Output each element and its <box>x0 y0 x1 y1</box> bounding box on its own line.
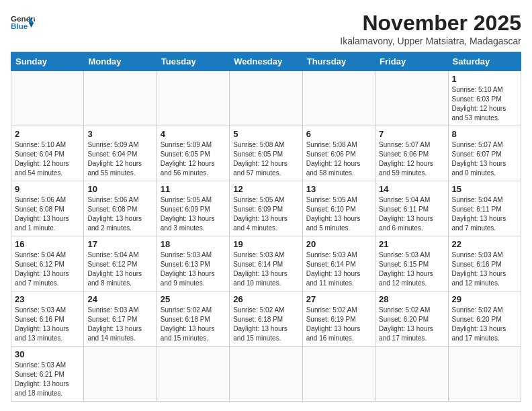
calendar-cell: 8Sunrise: 5:07 AM Sunset: 6:07 PM Daylig… <box>448 126 521 181</box>
day-info: Sunrise: 5:02 AM Sunset: 6:20 PM Dayligh… <box>452 306 517 343</box>
calendar-cell <box>230 347 302 402</box>
calendar-cell <box>157 71 229 126</box>
month-title: November 2025 <box>340 11 521 36</box>
calendar-cell: 16Sunrise: 5:04 AM Sunset: 6:12 PM Dayli… <box>11 236 84 291</box>
calendar-cell: 14Sunrise: 5:04 AM Sunset: 6:11 PM Dayli… <box>375 181 448 236</box>
calendar-cell: 20Sunrise: 5:03 AM Sunset: 6:14 PM Dayli… <box>302 236 375 291</box>
day-info: Sunrise: 5:10 AM Sunset: 6:04 PM Dayligh… <box>15 140 80 178</box>
calendar-cell: 7Sunrise: 5:07 AM Sunset: 6:06 PM Daylig… <box>375 126 448 181</box>
day-number: 24 <box>87 294 152 304</box>
calendar-cell: 13Sunrise: 5:05 AM Sunset: 6:10 PM Dayli… <box>302 181 375 236</box>
calendar-cell: 27Sunrise: 5:02 AM Sunset: 6:19 PM Dayli… <box>302 291 375 347</box>
calendar-cell: 25Sunrise: 5:02 AM Sunset: 6:18 PM Dayli… <box>157 291 229 347</box>
calendar-week-1: 2Sunrise: 5:10 AM Sunset: 6:04 PM Daylig… <box>11 126 521 181</box>
calendar-cell <box>11 71 84 126</box>
calendar-cell: 30Sunrise: 5:03 AM Sunset: 6:21 PM Dayli… <box>11 347 84 402</box>
day-number: 9 <box>15 184 80 194</box>
day-number: 8 <box>452 129 517 139</box>
day-info: Sunrise: 5:03 AM Sunset: 6:15 PM Dayligh… <box>379 250 444 288</box>
calendar-week-4: 23Sunrise: 5:03 AM Sunset: 6:16 PM Dayli… <box>11 291 521 347</box>
day-info: Sunrise: 5:02 AM Sunset: 6:20 PM Dayligh… <box>379 306 444 343</box>
day-info: Sunrise: 5:06 AM Sunset: 6:08 PM Dayligh… <box>15 195 80 233</box>
calendar-cell: 9Sunrise: 5:06 AM Sunset: 6:08 PM Daylig… <box>11 181 84 236</box>
day-number: 7 <box>379 129 444 139</box>
day-info: Sunrise: 5:04 AM Sunset: 6:11 PM Dayligh… <box>452 195 517 233</box>
day-number: 2 <box>15 129 80 139</box>
calendar-cell: 26Sunrise: 5:02 AM Sunset: 6:18 PM Dayli… <box>230 291 302 347</box>
logo-icon: General Blue <box>11 11 35 35</box>
calendar-cell <box>302 347 375 402</box>
calendar-cell <box>302 71 375 126</box>
day-info: Sunrise: 5:03 AM Sunset: 6:16 PM Dayligh… <box>15 306 80 343</box>
day-info: Sunrise: 5:04 AM Sunset: 6:12 PM Dayligh… <box>15 250 80 288</box>
location: Ikalamavony, Upper Matsiatra, Madagascar <box>340 36 521 46</box>
weekday-header-thursday: Thursday <box>302 52 375 71</box>
day-info: Sunrise: 5:09 AM Sunset: 6:04 PM Dayligh… <box>87 140 152 178</box>
day-info: Sunrise: 5:06 AM Sunset: 6:08 PM Dayligh… <box>87 195 152 233</box>
weekday-header-tuesday: Tuesday <box>157 52 229 71</box>
day-number: 15 <box>452 184 517 194</box>
day-info: Sunrise: 5:03 AM Sunset: 6:17 PM Dayligh… <box>87 306 152 343</box>
day-number: 13 <box>306 184 371 194</box>
calendar-cell: 18Sunrise: 5:03 AM Sunset: 6:13 PM Dayli… <box>157 236 229 291</box>
day-number: 20 <box>306 239 371 249</box>
day-number: 21 <box>379 239 444 249</box>
day-number: 16 <box>15 239 80 249</box>
day-info: Sunrise: 5:07 AM Sunset: 6:06 PM Dayligh… <box>379 140 444 178</box>
day-number: 1 <box>452 74 517 84</box>
day-info: Sunrise: 5:03 AM Sunset: 6:14 PM Dayligh… <box>233 250 298 288</box>
calendar-cell: 4Sunrise: 5:09 AM Sunset: 6:05 PM Daylig… <box>157 126 229 181</box>
day-info: Sunrise: 5:03 AM Sunset: 6:13 PM Dayligh… <box>161 250 226 288</box>
calendar-cell <box>157 347 229 402</box>
calendar-cell: 28Sunrise: 5:02 AM Sunset: 6:20 PM Dayli… <box>375 291 448 347</box>
calendar: SundayMondayTuesdayWednesdayThursdayFrid… <box>11 52 521 402</box>
day-info: Sunrise: 5:03 AM Sunset: 6:16 PM Dayligh… <box>452 250 517 288</box>
calendar-cell: 12Sunrise: 5:05 AM Sunset: 6:09 PM Dayli… <box>230 181 302 236</box>
calendar-cell <box>448 347 521 402</box>
day-number: 26 <box>233 294 298 304</box>
calendar-week-2: 9Sunrise: 5:06 AM Sunset: 6:08 PM Daylig… <box>11 181 521 236</box>
calendar-cell: 1Sunrise: 5:10 AM Sunset: 6:03 PM Daylig… <box>448 71 521 126</box>
day-number: 6 <box>306 129 371 139</box>
day-number: 18 <box>161 239 226 249</box>
day-number: 25 <box>161 294 226 304</box>
calendar-body: 1Sunrise: 5:10 AM Sunset: 6:03 PM Daylig… <box>11 71 521 402</box>
day-number: 23 <box>15 294 80 304</box>
calendar-cell: 29Sunrise: 5:02 AM Sunset: 6:20 PM Dayli… <box>448 291 521 347</box>
calendar-cell <box>230 71 302 126</box>
calendar-cell: 15Sunrise: 5:04 AM Sunset: 6:11 PM Dayli… <box>448 181 521 236</box>
day-info: Sunrise: 5:05 AM Sunset: 6:10 PM Dayligh… <box>306 195 371 233</box>
calendar-cell: 2Sunrise: 5:10 AM Sunset: 6:04 PM Daylig… <box>11 126 84 181</box>
day-info: Sunrise: 5:04 AM Sunset: 6:12 PM Dayligh… <box>87 250 152 288</box>
weekday-header-friday: Friday <box>375 52 448 71</box>
calendar-cell: 19Sunrise: 5:03 AM Sunset: 6:14 PM Dayli… <box>230 236 302 291</box>
calendar-cell <box>375 71 448 126</box>
day-number: 29 <box>452 294 517 304</box>
calendar-cell: 17Sunrise: 5:04 AM Sunset: 6:12 PM Dayli… <box>84 236 157 291</box>
day-info: Sunrise: 5:05 AM Sunset: 6:09 PM Dayligh… <box>233 195 298 233</box>
calendar-cell: 5Sunrise: 5:08 AM Sunset: 6:05 PM Daylig… <box>230 126 302 181</box>
day-number: 11 <box>161 184 226 194</box>
calendar-cell <box>84 71 157 126</box>
weekday-header-saturday: Saturday <box>448 52 521 71</box>
day-info: Sunrise: 5:02 AM Sunset: 6:19 PM Dayligh… <box>306 306 371 343</box>
weekday-header-row: SundayMondayTuesdayWednesdayThursdayFrid… <box>11 52 521 71</box>
day-number: 30 <box>15 349 80 359</box>
calendar-cell <box>375 347 448 402</box>
calendar-cell: 3Sunrise: 5:09 AM Sunset: 6:04 PM Daylig… <box>84 126 157 181</box>
title-block: November 2025 Ikalamavony, Upper Matsiat… <box>340 11 521 46</box>
page-header: General Blue November 2025 Ikalamavony, … <box>11 11 521 46</box>
calendar-week-3: 16Sunrise: 5:04 AM Sunset: 6:12 PM Dayli… <box>11 236 521 291</box>
day-number: 14 <box>379 184 444 194</box>
calendar-cell: 10Sunrise: 5:06 AM Sunset: 6:08 PM Dayli… <box>84 181 157 236</box>
day-number: 4 <box>161 129 226 139</box>
calendar-header: SundayMondayTuesdayWednesdayThursdayFrid… <box>11 52 521 71</box>
day-number: 28 <box>379 294 444 304</box>
day-info: Sunrise: 5:07 AM Sunset: 6:07 PM Dayligh… <box>452 140 517 178</box>
logo: General Blue <box>11 11 35 35</box>
day-info: Sunrise: 5:05 AM Sunset: 6:09 PM Dayligh… <box>161 195 226 233</box>
day-info: Sunrise: 5:03 AM Sunset: 6:14 PM Dayligh… <box>306 250 371 288</box>
day-number: 3 <box>87 129 152 139</box>
day-info: Sunrise: 5:02 AM Sunset: 6:18 PM Dayligh… <box>233 306 298 343</box>
calendar-cell: 11Sunrise: 5:05 AM Sunset: 6:09 PM Dayli… <box>157 181 229 236</box>
